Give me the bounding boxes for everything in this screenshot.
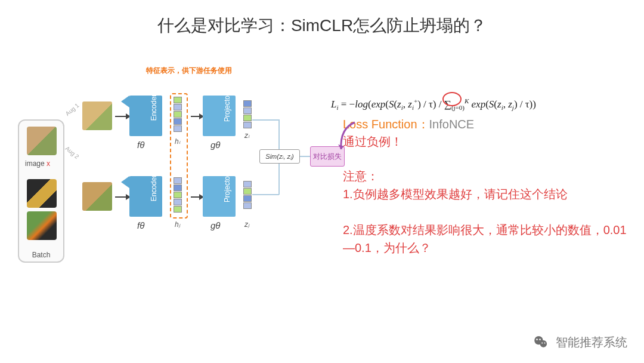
svg-point-3 xyxy=(539,339,541,340)
hi-label: hᵢ xyxy=(175,137,180,146)
svg-point-4 xyxy=(541,342,543,343)
connector-line xyxy=(278,164,280,195)
batch-image-bird xyxy=(27,211,57,240)
f-theta-label: fθ xyxy=(137,220,144,230)
aug1-label: Aug 1 xyxy=(64,102,80,117)
batch-group: image x Batch xyxy=(18,119,64,263)
connector-line xyxy=(252,119,279,121)
svg-point-1 xyxy=(540,340,547,347)
flow-arrow-icon xyxy=(115,196,126,198)
z-vector-zj xyxy=(243,181,252,210)
aug2-label: Aug 2 xyxy=(64,145,80,160)
footer-brand: 智能推荐系统 xyxy=(532,333,627,351)
feature-vector-hi xyxy=(174,97,182,133)
hj-label: hⱼ xyxy=(175,220,180,229)
projector-block-top: Projector xyxy=(203,96,236,136)
feature-representation-note: 特征表示，供下游任务使用 xyxy=(146,66,232,76)
note-attention: 注意： xyxy=(343,167,379,185)
svg-point-2 xyxy=(536,339,538,340)
connector-arrow xyxy=(300,156,310,157)
brand-name: 智能推荐系统 xyxy=(556,334,627,350)
feature-vector-hj xyxy=(174,177,182,213)
loss-function-label: Loss Function：InfoNCE xyxy=(343,116,474,133)
similarity-box: Sim(zᵢ, zⱼ) xyxy=(259,149,300,164)
encoder-block-bottom: Encoder xyxy=(129,176,162,217)
svg-point-5 xyxy=(544,342,545,343)
note-negatives: 通过负例！ xyxy=(343,133,402,150)
tau-circle-mark-icon xyxy=(442,92,462,106)
connector-line xyxy=(278,119,280,149)
g-theta-label: gθ xyxy=(210,140,220,150)
g-theta-label: gθ xyxy=(210,220,220,230)
augmented-image-2 xyxy=(82,182,112,211)
flow-arrow-icon xyxy=(191,116,199,117)
flow-arrow-icon xyxy=(115,116,126,117)
batch-image-2 xyxy=(27,179,57,208)
zi-label: zᵢ xyxy=(244,131,249,140)
connector-line xyxy=(252,194,279,195)
encoder-block-top: Encoder xyxy=(129,96,162,136)
batch-image-dog xyxy=(27,127,57,155)
flow-arrow-icon xyxy=(191,196,199,198)
simclr-architecture-diagram: image x Batch Aug 1 Aug 2 Encoder Encode… xyxy=(18,90,304,287)
batch-label: Batch xyxy=(19,251,63,259)
wechat-icon xyxy=(532,333,550,351)
note-point-1: 1.负例越多模型效果越好，请记住这个结论 xyxy=(343,185,629,203)
slide-title: 什么是对比学习：SimCLR怎么防止坍塌的？ xyxy=(0,14,644,37)
image-x-label: image x xyxy=(25,159,50,168)
formula-area: Li = −log(exp(S(zi, zi+) / τ) / ∑(j=0)K … xyxy=(331,91,623,118)
note-point-2: 2.温度系数对结果影响很大，通常比较小的数值，0.01—0.1，为什么？ xyxy=(343,221,629,257)
infonce-formula: Li = −log(exp(S(zi, zi+) / τ) / ∑(j=0)K … xyxy=(331,91,623,118)
z-vector-zi xyxy=(243,100,252,129)
zj-label: zⱼ xyxy=(244,220,249,229)
f-theta-label: fθ xyxy=(137,140,144,150)
augmented-image-1 xyxy=(82,101,112,130)
projector-block-bottom: Projector xyxy=(203,176,236,217)
